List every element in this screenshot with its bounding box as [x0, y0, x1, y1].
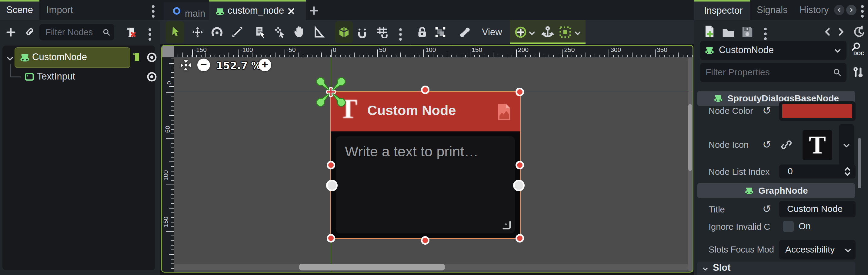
checkbox[interactable]: [783, 221, 794, 232]
inspector-dock: Inspector Signals History CustomNode DOC: [694, 0, 868, 275]
instance-scene-link-icon[interactable]: [25, 27, 36, 38]
prop-slots-focus-dropdown[interactable]: Accessibility: [779, 240, 856, 259]
ruler-corner: [162, 46, 174, 57]
tab-main-scene[interactable]: main: [164, 2, 209, 20]
inspector-scrollbar[interactable]: [858, 91, 861, 275]
position-select-tool-icon[interactable]: [274, 26, 286, 38]
object-history-icon[interactable]: [853, 26, 866, 38]
tab-inspector[interactable]: Inspector: [694, 0, 750, 20]
scene-dock-menu-icon[interactable]: [151, 3, 155, 20]
prop-node-list-index-cell[interactable]: 0: [779, 165, 856, 178]
close-tab-icon[interactable]: [287, 7, 296, 16]
save-resource-icon[interactable]: [741, 26, 753, 38]
scene-tree-menu-icon[interactable]: [148, 26, 152, 43]
dock-move-right-button[interactable]: [846, 5, 857, 15]
zoom-out-button[interactable]: −: [197, 59, 210, 71]
attached-script-icon[interactable]: [131, 52, 142, 62]
prop-title-cell[interactable]: Custom Node: [779, 201, 856, 217]
side-handle-right[interactable]: [513, 180, 525, 191]
v-scrollbar[interactable]: [688, 57, 692, 272]
history-forward-icon[interactable]: [836, 27, 846, 37]
graphnode-class-icon: [704, 45, 715, 56]
scale-tool-icon[interactable]: [231, 26, 243, 38]
detach-script-icon[interactable]: [125, 26, 137, 38]
list-select-tool-icon[interactable]: [255, 26, 267, 38]
inspector-tools-icon[interactable]: [851, 66, 864, 78]
spinner-icon[interactable]: [843, 166, 852, 177]
zoom-in-button[interactable]: +: [258, 59, 271, 71]
slot-section-header[interactable]: Slot: [697, 262, 855, 275]
object-selector[interactable]: CustomNode: [700, 41, 846, 60]
ruler-tool-icon[interactable]: [313, 26, 325, 38]
open-docs-icon[interactable]: DOC: [849, 42, 865, 59]
view-menu[interactable]: View: [482, 27, 502, 38]
anchor-preset-circle-plus-icon[interactable]: [514, 26, 527, 38]
chevron-down-icon[interactable]: [574, 29, 582, 37]
side-handle-left[interactable]: [326, 180, 338, 191]
resize-handle[interactable]: [327, 234, 335, 243]
resize-handle[interactable]: [421, 236, 430, 245]
zoom-level[interactable]: 152.7 %: [216, 60, 261, 72]
revert-icon[interactable]: ↺: [763, 104, 771, 116]
h-ruler: -150-100-50050100150200250300350: [174, 46, 692, 57]
tab-signals[interactable]: Signals: [757, 1, 788, 19]
section-graphnode-title: GraphNode: [758, 186, 808, 196]
visibility-eye-icon[interactable]: [146, 52, 158, 63]
anchors-gizmo-icon[interactable]: [316, 77, 346, 107]
anchor-preset-square-icon[interactable]: [559, 26, 571, 38]
visibility-eye-icon[interactable]: [146, 71, 158, 83]
link-icon[interactable]: [781, 139, 792, 150]
new-scene-tab-icon[interactable]: [309, 5, 319, 16]
color-swatch[interactable]: [782, 104, 852, 118]
skeleton-bone-icon[interactable]: [459, 26, 471, 39]
graphnode-class-icon: [20, 52, 30, 63]
filter-properties-input[interactable]: Filter Properties: [700, 63, 846, 82]
tab-history[interactable]: History: [800, 1, 829, 19]
center-view-icon[interactable]: [179, 59, 192, 72]
custom-graph-node[interactable]: T Custom Node Write a text to print…: [331, 92, 520, 238]
chevron-down-icon[interactable]: [528, 29, 536, 37]
prop-node-icon-dropdown[interactable]: [839, 124, 854, 166]
inspector-dock-menu-icon[interactable]: [860, 3, 864, 20]
history-back-icon[interactable]: [823, 27, 833, 37]
smart-snap-icon[interactable]: [356, 26, 368, 38]
dock-move-left-button[interactable]: [834, 5, 844, 15]
snap-options-menu-icon[interactable]: [398, 26, 402, 43]
checkbox-label: On: [799, 221, 811, 231]
group-icon[interactable]: [434, 26, 446, 38]
v-scrollbar-thumb[interactable]: [688, 104, 692, 171]
resize-handle[interactable]: [516, 161, 524, 169]
anchor-icon[interactable]: [541, 26, 554, 39]
tree-row-textinput[interactable]: TextInput: [2, 68, 155, 86]
tab-custom-node-scene[interactable]: custom_node: [209, 0, 306, 20]
pan-tool-icon[interactable]: [292, 26, 305, 38]
resize-handle[interactable]: [516, 88, 524, 96]
filter-nodes-input[interactable]: Filter Nodes: [39, 24, 114, 40]
grid-snap-icon[interactable]: [376, 26, 388, 38]
lock-icon[interactable]: [416, 26, 428, 38]
scene-tree-panel: CustomNode TextInput: [2, 46, 155, 270]
h-scrollbar-thumb[interactable]: [299, 264, 445, 271]
tab-import[interactable]: Import: [46, 1, 73, 19]
rotate-tool-icon[interactable]: [211, 26, 223, 38]
resize-handle[interactable]: [327, 161, 335, 169]
move-tool-icon[interactable]: [191, 26, 204, 38]
resource-menu-icon[interactable]: [763, 26, 767, 42]
inspector-scrollbar-thumb[interactable]: [858, 138, 861, 188]
node-icon-preview[interactable]: T: [803, 130, 832, 160]
snap-cube-icon[interactable]: [338, 26, 350, 38]
new-resource-icon[interactable]: [703, 25, 716, 38]
resize-handle[interactable]: [516, 234, 524, 243]
tab-scene[interactable]: Scene: [0, 0, 39, 20]
resize-handle[interactable]: [421, 86, 430, 94]
h-scrollbar[interactable]: [174, 264, 689, 271]
select-tool-icon[interactable]: [170, 26, 182, 38]
load-resource-folder-icon[interactable]: [722, 27, 735, 39]
revert-icon[interactable]: ↺: [763, 138, 771, 150]
section-graphnode[interactable]: GraphNode: [697, 183, 855, 198]
collapse-chevron-icon[interactable]: [6, 55, 14, 62]
tree-row-customnode[interactable]: CustomNode: [2, 47, 155, 68]
revert-icon[interactable]: ↺: [763, 203, 771, 215]
canvas-viewport[interactable]: -150-100-50050100150200250300350 0501001…: [161, 45, 693, 273]
add-node-icon[interactable]: [5, 27, 17, 38]
